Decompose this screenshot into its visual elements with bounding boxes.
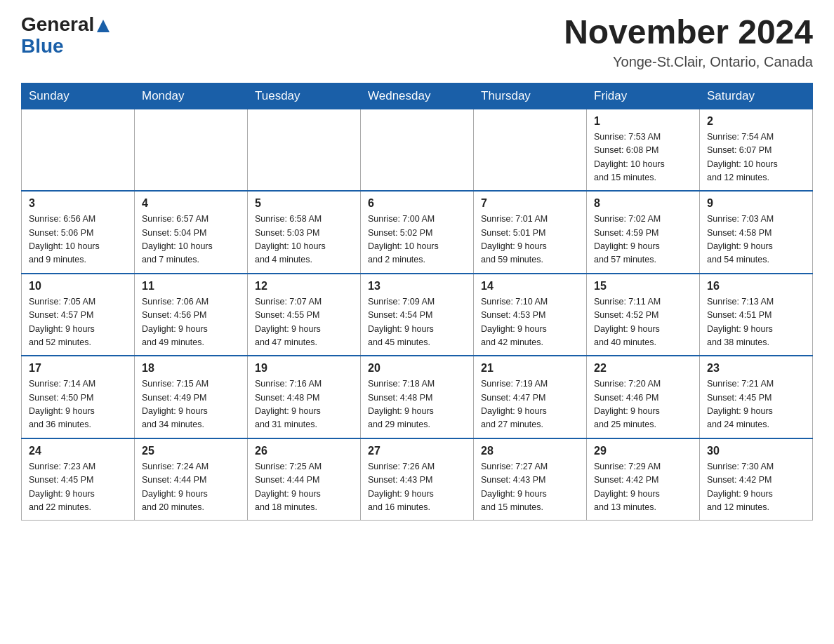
day-info: Sunrise: 7:15 AM Sunset: 4:49 PM Dayligh… — [142, 377, 240, 432]
day-number: 11 — [142, 280, 240, 293]
day-number: 8 — [594, 197, 692, 210]
day-number: 30 — [707, 445, 805, 457]
header-friday: Friday — [587, 83, 700, 109]
calendar-week-row: 24Sunrise: 7:23 AM Sunset: 4:45 PM Dayli… — [22, 438, 813, 521]
day-info: Sunrise: 7:14 AM Sunset: 4:50 PM Dayligh… — [29, 377, 127, 432]
calendar-day-cell: 19Sunrise: 7:16 AM Sunset: 4:48 PM Dayli… — [248, 356, 361, 438]
header-sunday: Sunday — [22, 83, 135, 109]
day-info: Sunrise: 7:29 AM Sunset: 4:42 PM Dayligh… — [594, 460, 692, 515]
calendar-day-cell: 9Sunrise: 7:03 AM Sunset: 4:58 PM Daylig… — [700, 191, 813, 274]
calendar-day-cell: 13Sunrise: 7:09 AM Sunset: 4:54 PM Dayli… — [361, 274, 474, 356]
calendar-day-cell: 12Sunrise: 7:07 AM Sunset: 4:55 PM Dayli… — [248, 274, 361, 356]
calendar-day-cell: 4Sunrise: 6:57 AM Sunset: 5:04 PM Daylig… — [135, 191, 248, 274]
day-number: 2 — [707, 115, 805, 128]
day-info: Sunrise: 7:02 AM Sunset: 4:59 PM Dayligh… — [594, 213, 692, 267]
calendar-day-cell: 5Sunrise: 6:58 AM Sunset: 5:03 PM Daylig… — [248, 191, 361, 274]
calendar-day-cell: 22Sunrise: 7:20 AM Sunset: 4:46 PM Dayli… — [587, 356, 700, 438]
calendar-day-cell: 26Sunrise: 7:25 AM Sunset: 4:44 PM Dayli… — [248, 438, 361, 521]
day-info: Sunrise: 7:09 AM Sunset: 4:54 PM Dayligh… — [368, 295, 466, 350]
calendar-day-cell: 27Sunrise: 7:26 AM Sunset: 4:43 PM Dayli… — [361, 438, 474, 521]
day-info: Sunrise: 7:11 AM Sunset: 4:52 PM Dayligh… — [594, 295, 692, 350]
calendar-day-cell: 1Sunrise: 7:53 AM Sunset: 6:08 PM Daylig… — [587, 109, 700, 191]
calendar-day-cell: 15Sunrise: 7:11 AM Sunset: 4:52 PM Dayli… — [587, 274, 700, 356]
location-title: Yonge-St.Clair, Ontario, Canada — [564, 54, 813, 70]
day-number: 23 — [707, 362, 805, 375]
day-info: Sunrise: 7:24 AM Sunset: 4:44 PM Dayligh… — [142, 460, 240, 515]
calendar-day-cell: 23Sunrise: 7:21 AM Sunset: 4:45 PM Dayli… — [700, 356, 813, 438]
calendar-day-cell — [22, 109, 135, 191]
day-info: Sunrise: 6:56 AM Sunset: 5:06 PM Dayligh… — [29, 213, 127, 267]
calendar-table: Sunday Monday Tuesday Wednesday Thursday… — [21, 83, 813, 521]
day-number: 17 — [29, 362, 127, 375]
calendar-week-row: 3Sunrise: 6:56 AM Sunset: 5:06 PM Daylig… — [22, 191, 813, 274]
day-number: 6 — [368, 197, 466, 210]
logo-general: General — [21, 14, 94, 36]
day-info: Sunrise: 7:53 AM Sunset: 6:08 PM Dayligh… — [594, 130, 692, 185]
day-info: Sunrise: 6:58 AM Sunset: 5:03 PM Dayligh… — [255, 213, 353, 267]
calendar-day-cell: 21Sunrise: 7:19 AM Sunset: 4:47 PM Dayli… — [474, 356, 587, 438]
calendar-day-cell — [361, 109, 474, 191]
day-number: 1 — [594, 115, 692, 128]
calendar-day-cell: 8Sunrise: 7:02 AM Sunset: 4:59 PM Daylig… — [587, 191, 700, 274]
calendar-day-cell: 11Sunrise: 7:06 AM Sunset: 4:56 PM Dayli… — [135, 274, 248, 356]
day-info: Sunrise: 7:20 AM Sunset: 4:46 PM Dayligh… — [594, 377, 692, 432]
day-number: 16 — [707, 280, 805, 293]
calendar-day-cell: 28Sunrise: 7:27 AM Sunset: 4:43 PM Dayli… — [474, 438, 587, 521]
day-number: 10 — [29, 280, 127, 293]
day-info: Sunrise: 7:25 AM Sunset: 4:44 PM Dayligh… — [255, 460, 353, 515]
day-number: 14 — [481, 280, 579, 293]
day-number: 9 — [707, 197, 805, 210]
calendar-day-cell: 20Sunrise: 7:18 AM Sunset: 4:48 PM Dayli… — [361, 356, 474, 438]
calendar-week-row: 10Sunrise: 7:05 AM Sunset: 4:57 PM Dayli… — [22, 274, 813, 356]
day-number: 19 — [255, 362, 353, 375]
day-info: Sunrise: 7:07 AM Sunset: 4:55 PM Dayligh… — [255, 295, 353, 350]
day-info: Sunrise: 7:21 AM Sunset: 4:45 PM Dayligh… — [707, 377, 805, 432]
day-info: Sunrise: 7:26 AM Sunset: 4:43 PM Dayligh… — [368, 460, 466, 515]
day-info: Sunrise: 7:00 AM Sunset: 5:02 PM Dayligh… — [368, 213, 466, 267]
page-header: General Blue November 2024 Yonge-St.Clai… — [21, 14, 813, 70]
logo-arrow-icon — [97, 20, 110, 32]
header-saturday: Saturday — [700, 83, 813, 109]
calendar-day-cell: 30Sunrise: 7:30 AM Sunset: 4:42 PM Dayli… — [700, 438, 813, 521]
day-info: Sunrise: 7:54 AM Sunset: 6:07 PM Dayligh… — [707, 130, 805, 185]
day-number: 4 — [142, 197, 240, 210]
calendar-day-cell: 24Sunrise: 7:23 AM Sunset: 4:45 PM Dayli… — [22, 438, 135, 521]
day-info: Sunrise: 7:19 AM Sunset: 4:47 PM Dayligh… — [481, 377, 579, 432]
day-info: Sunrise: 7:30 AM Sunset: 4:42 PM Dayligh… — [707, 460, 805, 515]
month-title: November 2024 — [564, 14, 813, 51]
calendar-day-cell: 6Sunrise: 7:00 AM Sunset: 5:02 PM Daylig… — [361, 191, 474, 274]
calendar-day-cell — [248, 109, 361, 191]
header-thursday: Thursday — [474, 83, 587, 109]
day-number: 7 — [481, 197, 579, 210]
logo-blue: Blue — [21, 36, 64, 58]
day-number: 27 — [368, 445, 466, 457]
calendar-day-cell: 14Sunrise: 7:10 AM Sunset: 4:53 PM Dayli… — [474, 274, 587, 356]
logo: General Blue — [21, 14, 110, 58]
day-info: Sunrise: 7:03 AM Sunset: 4:58 PM Dayligh… — [707, 213, 805, 267]
day-number: 29 — [594, 445, 692, 457]
day-info: Sunrise: 7:18 AM Sunset: 4:48 PM Dayligh… — [368, 377, 466, 432]
header-wednesday: Wednesday — [361, 83, 474, 109]
day-number: 15 — [594, 280, 692, 293]
day-info: Sunrise: 7:05 AM Sunset: 4:57 PM Dayligh… — [29, 295, 127, 350]
day-info: Sunrise: 7:23 AM Sunset: 4:45 PM Dayligh… — [29, 460, 127, 515]
header-tuesday: Tuesday — [248, 83, 361, 109]
day-info: Sunrise: 7:06 AM Sunset: 4:56 PM Dayligh… — [142, 295, 240, 350]
calendar-day-cell: 3Sunrise: 6:56 AM Sunset: 5:06 PM Daylig… — [22, 191, 135, 274]
calendar-day-cell: 29Sunrise: 7:29 AM Sunset: 4:42 PM Dayli… — [587, 438, 700, 521]
day-number: 13 — [368, 280, 466, 293]
calendar-day-cell: 18Sunrise: 7:15 AM Sunset: 4:49 PM Dayli… — [135, 356, 248, 438]
calendar-day-cell: 25Sunrise: 7:24 AM Sunset: 4:44 PM Dayli… — [135, 438, 248, 521]
weekday-header-row: Sunday Monday Tuesday Wednesday Thursday… — [22, 83, 813, 109]
day-number: 28 — [481, 445, 579, 457]
day-number: 3 — [29, 197, 127, 210]
day-info: Sunrise: 6:57 AM Sunset: 5:04 PM Dayligh… — [142, 213, 240, 267]
day-info: Sunrise: 7:10 AM Sunset: 4:53 PM Dayligh… — [481, 295, 579, 350]
day-number: 21 — [481, 362, 579, 375]
day-number: 25 — [142, 445, 240, 457]
day-info: Sunrise: 7:01 AM Sunset: 5:01 PM Dayligh… — [481, 213, 579, 267]
calendar-week-row: 17Sunrise: 7:14 AM Sunset: 4:50 PM Dayli… — [22, 356, 813, 438]
day-number: 18 — [142, 362, 240, 375]
day-number: 20 — [368, 362, 466, 375]
day-number: 22 — [594, 362, 692, 375]
